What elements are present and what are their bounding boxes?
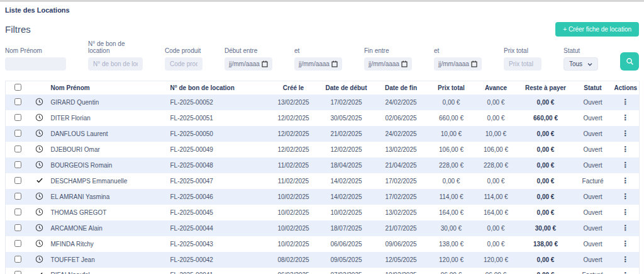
table-row: DITER Florian FL-2025-00051 12/02/2025 3… bbox=[6, 110, 640, 126]
table-row: TOUFFET Jean FL-2025-00042 08/02/2025 09… bbox=[6, 252, 640, 268]
column-header-remaining: Reste à payer bbox=[518, 81, 574, 94]
cell-bon: FL-2025-00049 bbox=[168, 142, 269, 157]
cell-start-date: 30/05/2025 bbox=[319, 110, 374, 126]
cell-total-price: 30,00 € bbox=[428, 220, 475, 236]
end-from-date-input[interactable]: jj/mm/aaaa bbox=[364, 57, 412, 71]
date-placeholder: jj/mm/aaaa bbox=[369, 60, 399, 67]
column-header-total: Prix total bbox=[428, 81, 475, 94]
column-header-status: Statut bbox=[574, 81, 612, 94]
filters-heading: Filtres bbox=[5, 24, 31, 35]
row-actions-button[interactable]: ⋮ bbox=[621, 193, 629, 200]
end-from-label: Fin entre bbox=[364, 47, 412, 54]
row-actions-button[interactable]: ⋮ bbox=[621, 256, 629, 263]
cell-total-price: 0,00 € bbox=[428, 94, 475, 110]
cell-status: Ouvert bbox=[574, 220, 612, 236]
calendar-icon bbox=[331, 60, 338, 67]
cell-bon: FL-2025-00051 bbox=[168, 110, 269, 126]
row-checkbox[interactable] bbox=[14, 193, 21, 200]
cell-start-date: 14/02/2025 bbox=[319, 189, 374, 205]
row-actions-button[interactable]: ⋮ bbox=[621, 146, 629, 153]
row-checkbox[interactable] bbox=[14, 114, 21, 121]
cell-start-date: 07/02/2025 bbox=[319, 268, 374, 274]
cell-advance: 96,00 € bbox=[475, 268, 518, 274]
end-to-label: et bbox=[434, 47, 482, 54]
start-from-date-input[interactable]: jj/mm/aaaa bbox=[225, 57, 272, 71]
cell-name: DITER Florian bbox=[48, 110, 168, 126]
cell-name: MFINDA Ritchy bbox=[48, 236, 168, 252]
cell-advance: 10,00 € bbox=[475, 126, 518, 142]
cell-name: THOMAS GREGOT bbox=[48, 205, 168, 220]
start-to-date-input[interactable]: jj/mm/aaaa bbox=[294, 57, 342, 71]
cell-status: Ouvert bbox=[574, 157, 612, 173]
cell-advance: 0,00 € bbox=[475, 236, 518, 252]
column-header-start: Date de début bbox=[319, 81, 374, 94]
bon-filter-input[interactable] bbox=[88, 57, 143, 71]
row-checkbox[interactable] bbox=[14, 224, 21, 231]
cell-remaining: 138,00 € bbox=[518, 236, 574, 252]
row-checkbox[interactable] bbox=[14, 271, 21, 274]
row-actions-button[interactable]: ⋮ bbox=[621, 224, 629, 232]
table-row: GIRARD Quentin FL-2025-00052 13/02/2025 … bbox=[6, 94, 640, 110]
row-actions-button[interactable]: ⋮ bbox=[621, 130, 629, 137]
row-checkbox[interactable] bbox=[14, 208, 21, 215]
cell-advance: 120,00 € bbox=[475, 252, 518, 268]
cell-created: 12/02/2025 bbox=[269, 126, 319, 142]
end-to-date-input[interactable]: jj/mm/aaaa bbox=[434, 57, 482, 71]
row-actions-button[interactable]: ⋮ bbox=[621, 161, 629, 169]
column-header-bon: N° de bon de location bbox=[168, 81, 269, 94]
create-rental-button[interactable]: + Créer fiche de location bbox=[555, 22, 639, 37]
table-row: EL AMRANI Yasmina FL-2025-00046 10/02/20… bbox=[6, 189, 640, 205]
date-placeholder: jj/mm/aaaa bbox=[299, 60, 330, 67]
column-header-advance: Avance bbox=[475, 81, 518, 94]
cell-start-date: 14/02/2025 bbox=[319, 173, 374, 189]
cell-name: GIRARD Quentin bbox=[48, 94, 168, 110]
row-actions-button[interactable]: ⋮ bbox=[621, 98, 629, 106]
cell-total-price: 138,00 € bbox=[428, 236, 475, 252]
cell-end-date: 13/02/2025 bbox=[374, 205, 428, 220]
clock-icon bbox=[35, 192, 43, 200]
calendar-icon bbox=[401, 60, 408, 67]
code-filter-label: Code produit bbox=[165, 47, 203, 54]
cell-start-date: 12/02/2025 bbox=[319, 142, 374, 157]
cell-start-date: 09/05/2025 bbox=[319, 252, 374, 268]
status-filter-select[interactable]: Tous bbox=[564, 57, 598, 71]
cell-advance: 0,00 € bbox=[475, 220, 518, 236]
row-checkbox[interactable] bbox=[14, 146, 21, 152]
cell-end-date: 21/07/2025 bbox=[374, 220, 428, 236]
select-all-checkbox[interactable] bbox=[14, 84, 21, 91]
price-filter-input[interactable] bbox=[504, 57, 541, 71]
cell-status: Ouvert bbox=[574, 205, 612, 220]
cell-bon: FL-2025-00041 bbox=[168, 268, 269, 274]
row-actions-button[interactable]: ⋮ bbox=[621, 240, 629, 248]
code-filter-input[interactable] bbox=[165, 57, 203, 71]
row-checkbox[interactable] bbox=[14, 177, 21, 184]
row-actions-button[interactable]: ⋮ bbox=[621, 177, 629, 185]
calendar-icon bbox=[471, 60, 477, 67]
table-row: DESCHAMPS Emmanuelle FL-2025-00047 11/02… bbox=[6, 173, 640, 189]
cell-created: 10/02/2025 bbox=[269, 220, 319, 236]
row-checkbox[interactable] bbox=[14, 130, 21, 137]
row-checkbox[interactable] bbox=[14, 98, 21, 105]
clock-icon bbox=[35, 208, 43, 216]
row-actions-button[interactable]: ⋮ bbox=[621, 271, 629, 274]
row-checkbox[interactable] bbox=[14, 161, 21, 168]
cell-end-date: 09/06/2025 bbox=[374, 236, 428, 252]
row-checkbox[interactable] bbox=[14, 240, 21, 247]
name-filter-input[interactable] bbox=[5, 57, 66, 71]
cell-start-date: 06/06/2025 bbox=[319, 236, 374, 252]
row-actions-button[interactable]: ⋮ bbox=[621, 208, 629, 216]
cell-bon: FL-2025-00044 bbox=[168, 220, 269, 236]
cell-end-date: 10/02/2025 bbox=[374, 268, 428, 274]
cell-status: Ouvert bbox=[574, 189, 612, 205]
row-actions-button[interactable]: ⋮ bbox=[621, 114, 629, 122]
rentals-table: Nom Prénom N° de bon de location Créé le… bbox=[5, 81, 640, 274]
cell-created: 10/02/2025 bbox=[269, 236, 319, 252]
cell-total-price: 106,00 € bbox=[428, 142, 475, 157]
cell-advance: 228,00 € bbox=[475, 157, 518, 173]
cell-end-date: 24/02/2025 bbox=[374, 94, 428, 110]
cell-bon: FL-2025-00046 bbox=[168, 189, 269, 205]
search-button[interactable] bbox=[620, 52, 639, 71]
cell-name: RIFAI Naoufel bbox=[48, 268, 168, 274]
row-checkbox[interactable] bbox=[14, 256, 21, 263]
table-row: DANFLOUS Laurent FL-2025-00050 12/02/202… bbox=[6, 126, 640, 142]
